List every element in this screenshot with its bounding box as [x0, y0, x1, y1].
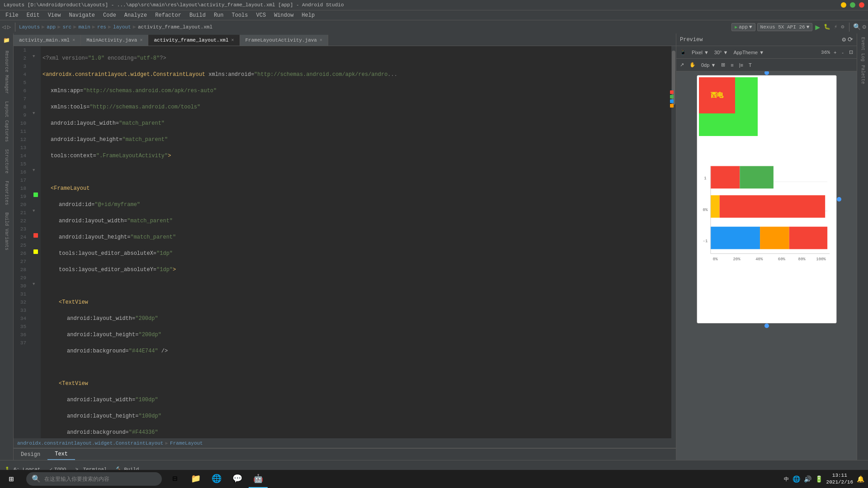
- breadcrumb-main[interactable]: main: [78, 24, 90, 30]
- resize-handle-right[interactable]: [837, 197, 841, 202]
- preview-orientation-btn[interactable]: 30° ▼: [712, 49, 730, 56]
- device-dropdown[interactable]: Nexus 5X API 26 ▼: [757, 23, 813, 31]
- maximize-button[interactable]: □: [850, 2, 855, 8]
- app-dropdown[interactable]: ▶ app ▼: [731, 23, 755, 31]
- resize-handle-bottom[interactable]: [764, 324, 769, 328]
- breadcrumb-app[interactable]: app: [47, 24, 56, 30]
- palette-label[interactable]: Palette: [859, 63, 866, 86]
- tab-framelayout-activity-close[interactable]: ×: [320, 38, 322, 43]
- layout-captures-label[interactable]: Layout Captures: [3, 99, 10, 144]
- event-log-label[interactable]: Event Log: [859, 35, 866, 63]
- breadcrumb-sep-6: ▶: [133, 23, 136, 30]
- tab-activity-frame-close[interactable]: ×: [231, 38, 234, 43]
- preview-fit-btn[interactable]: ⊡: [847, 49, 855, 56]
- close-button[interactable]: ✕: [859, 2, 864, 8]
- preview-theme-btn[interactable]: AppTheme ▼: [731, 49, 766, 56]
- preview-zoom-out-btn[interactable]: -: [840, 49, 845, 56]
- preview-align-btn[interactable]: ≡: [729, 62, 735, 68]
- tab-activity-frame[interactable]: activity_frame_layout.xml ×: [148, 35, 240, 46]
- menu-code[interactable]: Code: [99, 11, 120, 19]
- tab-design[interactable]: Design: [14, 450, 47, 460]
- color-dot-19[interactable]: [33, 192, 38, 197]
- preview-select-btn[interactable]: ↗: [678, 61, 686, 68]
- breadcrumb-layout[interactable]: layout: [113, 24, 131, 30]
- menu-vcs[interactable]: VCS: [253, 11, 270, 19]
- breadcrumb-src[interactable]: src: [62, 24, 71, 30]
- browser-btn[interactable]: 🌐: [207, 470, 226, 488]
- menu-edit[interactable]: Edit: [23, 11, 43, 19]
- line-num-10: 10: [14, 119, 29, 127]
- taskview-btn[interactable]: ⊟: [165, 470, 184, 488]
- preview-margin-btn[interactable]: 0dp ▼: [699, 62, 717, 68]
- tray-volume[interactable]: 🔊: [804, 475, 811, 483]
- menu-analyze[interactable]: Analyze: [121, 11, 151, 19]
- color-dot-24[interactable]: [33, 233, 38, 238]
- taskbar-search[interactable]: 🔍 在这里输入你要搜索的内容: [26, 472, 162, 486]
- resource-manager-label[interactable]: Resource Manager: [3, 49, 10, 96]
- breadcrumb-res[interactable]: res: [97, 24, 106, 30]
- menu-view[interactable]: View: [44, 11, 65, 19]
- run-button[interactable]: ▶: [815, 22, 820, 32]
- menu-file[interactable]: File: [2, 11, 22, 19]
- breadcrumb-framelayout[interactable]: FrameLayout: [170, 441, 203, 446]
- color-dot-26[interactable]: [33, 249, 38, 254]
- preview-pixel-btn[interactable]: Pixel ▼: [690, 49, 711, 56]
- attach-button[interactable]: ⚡: [834, 23, 837, 30]
- tab-mainactivity[interactable]: MainActivity.java ×: [81, 35, 148, 46]
- android-studio-btn[interactable]: 🤖: [249, 470, 268, 488]
- menu-window[interactable]: Window: [270, 11, 297, 19]
- preview-text-btn[interactable]: T: [747, 62, 754, 68]
- tab-text[interactable]: Text: [47, 449, 75, 460]
- favorites-label[interactable]: Favorites: [3, 179, 10, 207]
- tab-activity-main[interactable]: activity_main.xml ×: [14, 35, 81, 46]
- minimize-button[interactable]: ─: [841, 2, 846, 8]
- notification-center[interactable]: 🔔: [857, 475, 864, 483]
- tray-network[interactable]: 🌐: [793, 475, 800, 483]
- menu-refactor[interactable]: Refactor: [151, 11, 185, 19]
- window-controls[interactable]: ─ □ ✕: [841, 2, 864, 8]
- menu-run[interactable]: Run: [210, 11, 227, 19]
- forward-button[interactable]: ◁: [7, 23, 11, 31]
- preview-guideline-btn[interactable]: |≡: [737, 62, 745, 68]
- profile-button[interactable]: ⚙: [841, 23, 844, 30]
- tray-ime[interactable]: 中: [784, 476, 789, 483]
- code-content[interactable]: <?xml version="1.0" encoding="utf-8"?> <…: [41, 46, 671, 438]
- breadcrumb-constraint[interactable]: androidx.constraintlayout.widget.Constra…: [17, 441, 163, 446]
- menu-help[interactable]: Help: [298, 11, 318, 19]
- project-icon[interactable]: 📁: [2, 35, 12, 45]
- explorer-btn[interactable]: 📁: [186, 470, 205, 488]
- menu-navigate[interactable]: Navigate: [65, 11, 99, 19]
- preview-mobile-btn[interactable]: 📱: [678, 49, 688, 56]
- tab-mainactivity-close[interactable]: ×: [140, 38, 142, 43]
- start-button[interactable]: ⊞: [0, 470, 23, 488]
- search-everywhere-button[interactable]: 🔍: [853, 23, 861, 31]
- code-line-8: [42, 168, 671, 176]
- preview-settings-button[interactable]: ⚙: [842, 36, 846, 43]
- menu-build[interactable]: Build: [186, 11, 209, 19]
- tab-activity-main-close[interactable]: ×: [72, 38, 75, 43]
- fold-icon-2[interactable]: ▼: [33, 54, 35, 59]
- preview-constraint-btn[interactable]: ⊞: [719, 61, 727, 68]
- menu-tools[interactable]: Tools: [228, 11, 252, 19]
- structure-label[interactable]: Structure: [3, 147, 10, 175]
- resize-handle-top[interactable]: [764, 71, 769, 75]
- code-line-3: xmlns:app="http://schemas.android.com/ap…: [42, 87, 671, 95]
- fold-icon-30[interactable]: ▼: [33, 282, 35, 286]
- preview-refresh-button[interactable]: ⟳: [848, 36, 853, 43]
- tray-battery[interactable]: 🔋: [815, 475, 823, 483]
- settings-button[interactable]: ⚙: [863, 23, 866, 31]
- wechat-btn[interactable]: 💬: [228, 470, 247, 488]
- preview-zoom-in-btn[interactable]: +: [832, 49, 838, 56]
- debug-button[interactable]: 🐛: [824, 23, 830, 30]
- fold-icon-9[interactable]: ▼: [33, 111, 35, 116]
- back-button[interactable]: ◁: [2, 23, 5, 31]
- code-editor[interactable]: 1 2 3 4 5 6 7 8 9 10 11 12 13 14 15 16 1…: [14, 46, 676, 438]
- preview-hand-btn[interactable]: ✋: [688, 61, 698, 68]
- breadcrumb-layouts[interactable]: Layouts: [19, 24, 40, 30]
- menu-bar: File Edit View Navigate Code Analyze Ref…: [0, 10, 868, 20]
- tab-framelayout-activity[interactable]: FrameLayoutActivity.java ×: [240, 35, 328, 46]
- code-line-5: android:layout_width="match_parent": [42, 119, 671, 127]
- fold-icon-21[interactable]: ▼: [33, 209, 35, 213]
- build-variants-label[interactable]: Build Variants: [3, 211, 10, 252]
- fold-icon-16[interactable]: ▼: [33, 168, 35, 173]
